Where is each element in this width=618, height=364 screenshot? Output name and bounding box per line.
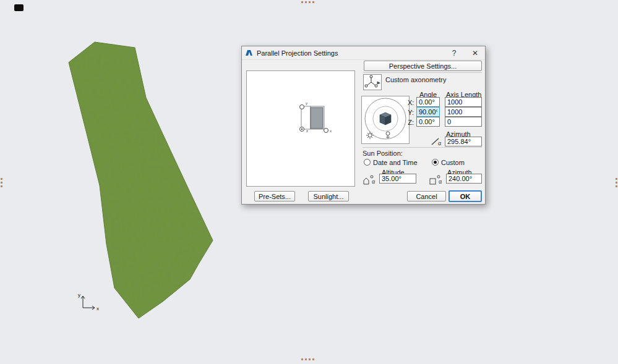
svg-text:α: α (439, 179, 442, 185)
z-length-input[interactable] (445, 117, 482, 127)
radio-custom[interactable] (432, 159, 439, 166)
svg-text:α: α (372, 179, 375, 185)
sun-altitude-icon: α (362, 174, 378, 185)
edge-marker-bottom (301, 358, 315, 360)
x-axis-label: X: (408, 99, 414, 106)
origin-axis-indicator: y x (74, 290, 101, 314)
perspective-settings-button[interactable]: Perspective Settings... (364, 61, 482, 71)
dialog-titlebar[interactable]: Parallel Projection Settings ? ✕ (242, 46, 485, 60)
flyout-arrow-icon: ▶ (377, 80, 380, 85)
x-angle-input[interactable] (416, 97, 440, 107)
axonometry-type-button[interactable]: ▶ (363, 74, 382, 90)
rotation-dial-drawing (362, 96, 409, 143)
viewport-3d[interactable]: y x Parallel Projection Settings ? ✕ Per… (0, 0, 618, 364)
preview-handle-y[interactable] (300, 105, 304, 109)
axonometry-icon (364, 75, 379, 90)
z-angle-input[interactable] (416, 117, 440, 127)
separator (363, 72, 482, 73)
dialog-title: Parallel Projection Settings (257, 49, 445, 57)
cancel-button[interactable]: Cancel (407, 191, 446, 201)
z-axis-label: Z: (408, 119, 414, 126)
preview-z-label: z (306, 129, 308, 133)
sun-azimuth-icon: α (429, 174, 445, 185)
terrain-texture (62, 36, 220, 325)
axonometry-type-label: Custom axonometry (385, 76, 446, 83)
edge-marker-right (616, 178, 617, 188)
rotation-dial[interactable] (361, 96, 410, 144)
sun-altitude-input[interactable] (379, 174, 416, 184)
separator (363, 147, 482, 148)
camera-azimuth-icon: α (430, 137, 444, 146)
corner-icon[interactable] (14, 4, 24, 11)
sunlight-button[interactable]: Sunlight... (308, 191, 349, 201)
projection-preview-drawing: y z x (247, 71, 354, 186)
ok-button[interactable]: OK (448, 190, 482, 202)
camera-azimuth-input[interactable] (445, 137, 482, 146)
projection-preview-pane[interactable]: y z x (246, 70, 355, 187)
preview-y-label: y (306, 101, 307, 105)
radio-date-and-time[interactable] (364, 159, 371, 166)
edge-marker-top (301, 1, 315, 3)
axis-y-label: y (78, 292, 80, 298)
sun-azimuth-input[interactable] (446, 174, 482, 184)
help-button[interactable]: ? (449, 49, 459, 57)
parallel-projection-settings-dialog: Parallel Projection Settings ? ✕ Perspec… (241, 46, 486, 205)
radio-date-and-time-label[interactable]: Date and Time (373, 159, 418, 166)
y-axis-label: Y: (408, 109, 414, 116)
svg-text:α: α (438, 140, 441, 146)
axis-x-label: x (97, 306, 99, 311)
preview-handle-x[interactable] (324, 129, 328, 133)
preview-x-label: x (330, 129, 332, 133)
y-angle-input[interactable] (416, 107, 440, 117)
x-length-input[interactable] (445, 97, 482, 107)
presets-button[interactable]: Pre-Sets... (254, 191, 295, 201)
radio-custom-label[interactable]: Custom (441, 159, 465, 166)
close-button[interactable]: ✕ (470, 49, 480, 57)
edge-marker-left (1, 178, 2, 188)
archicad-icon (245, 49, 253, 57)
sun-position-label: Sun Position: (363, 150, 403, 157)
y-length-input[interactable] (445, 107, 482, 117)
